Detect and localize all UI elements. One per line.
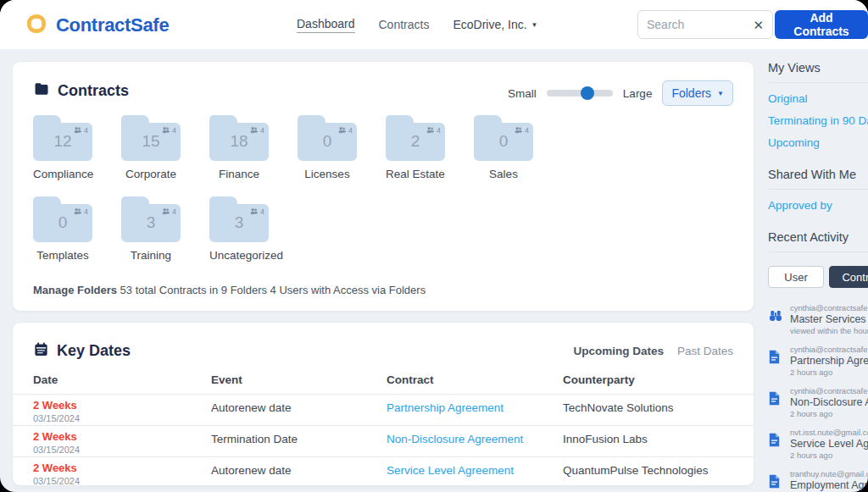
activity-item[interactable]: cynthia@contractsafe.c Master Services A… bbox=[768, 303, 868, 335]
folder-tile[interactable]: 4 3 Training bbox=[121, 196, 181, 262]
activity-email: cynthia@contractsafe.c bbox=[790, 345, 868, 354]
tab-upcoming-dates[interactable]: Upcoming Dates bbox=[573, 345, 664, 357]
clear-search-icon[interactable]: ✕ bbox=[753, 19, 764, 31]
activity-item[interactable]: cynthia@contractsafe.c Non-Disclosure Ag… bbox=[768, 386, 868, 418]
activity-time: 2 hours ago bbox=[790, 451, 868, 460]
event-cell: Termination Date bbox=[211, 433, 298, 445]
key-dates-title: Key Dates bbox=[57, 342, 131, 360]
nav-dashboard[interactable]: Dashboard bbox=[297, 17, 355, 33]
event-cell: Autorenew date bbox=[211, 401, 292, 414]
view-link-original[interactable]: Original bbox=[768, 92, 868, 105]
activity-email: cynthia@contractsafe.c bbox=[790, 386, 868, 395]
search-box: ✕ bbox=[637, 10, 773, 39]
recent-activity-section: Recent Activity User Contract cynthia@co… bbox=[768, 230, 868, 492]
folder-icon bbox=[33, 80, 50, 101]
document-icon bbox=[768, 433, 783, 451]
folders-summary: Manage Folders 53 total Contracts in 9 F… bbox=[33, 284, 426, 296]
date-relative: 2 Weeks bbox=[33, 462, 77, 474]
brand[interactable]: ContractSafe bbox=[24, 11, 169, 40]
date-absolute: 03/15/2024 bbox=[33, 445, 80, 455]
my-views-section: My Views Original Terminating in 90 Days… bbox=[768, 61, 868, 149]
chevron-down-icon: ▼ bbox=[531, 21, 538, 29]
date-relative: 2 Weeks bbox=[33, 430, 77, 443]
folder-contract-count: 2 bbox=[386, 132, 445, 151]
column-header-date: Date bbox=[33, 373, 58, 386]
folder-name: Training bbox=[121, 249, 181, 262]
activity-toggle-contract[interactable]: Contract bbox=[829, 266, 868, 288]
tab-past-dates[interactable]: Past Dates bbox=[677, 345, 733, 357]
folder-tile[interactable]: 4 2 Real Estate bbox=[386, 114, 445, 180]
shared-with-me-heading: Shared With Me bbox=[768, 168, 868, 190]
folder-name: Corporate bbox=[121, 168, 181, 180]
folder-name: Licenses bbox=[298, 168, 357, 180]
activity-item[interactable]: nvt.isst.nute@gmail.co Service Level Agr… bbox=[768, 428, 868, 460]
view-link-upcoming[interactable]: Upcoming bbox=[768, 136, 868, 149]
contract-link[interactable]: Non-Disclosure Agreement bbox=[387, 433, 523, 445]
activity-time: 2 hours ago bbox=[790, 409, 868, 418]
folders-summary-text: 53 total Contracts in 9 Folders 4 Users … bbox=[120, 284, 426, 296]
folder-tile[interactable]: 4 18 Finance bbox=[209, 114, 269, 180]
document-icon bbox=[768, 350, 783, 368]
folder-tile[interactable]: 4 15 Corporate bbox=[121, 114, 181, 180]
activity-toggle-user[interactable]: User bbox=[768, 266, 824, 288]
folder-contract-count: 15 bbox=[121, 132, 181, 151]
my-views-heading: My Views bbox=[768, 61, 868, 83]
document-icon bbox=[768, 474, 783, 492]
view-link-approved-by[interactable]: Approved by bbox=[768, 199, 868, 212]
nav-contracts[interactable]: Contracts bbox=[379, 18, 430, 31]
activity-title: Master Services Agre bbox=[790, 313, 868, 325]
column-header-counterparty: Counterparty bbox=[563, 373, 635, 386]
counterparty-cell: InnoFusion Labs bbox=[563, 433, 648, 445]
brand-name: ContractSafe bbox=[56, 14, 169, 36]
view-mode-dropdown[interactable]: Folders ▼ bbox=[662, 80, 733, 106]
column-header-contract: Contract bbox=[387, 373, 434, 386]
folder-name: Sales bbox=[474, 168, 533, 180]
manage-folders-link[interactable]: Manage Folders bbox=[33, 284, 117, 296]
activity-email: tranthuy.nute@gmail.c bbox=[790, 469, 868, 478]
app-window: ContractSafe Dashboard Contracts EcoDriv… bbox=[0, 0, 868, 492]
activity-title: Non-Disclosure Agr bbox=[790, 396, 868, 408]
folder-tile[interactable]: 4 12 Compliance bbox=[33, 114, 92, 180]
contract-link[interactable]: Partnership Agreement bbox=[387, 401, 504, 414]
chevron-down-icon: ▼ bbox=[717, 90, 724, 97]
activity-email: cynthia@contractsafe.c bbox=[790, 303, 868, 312]
calendar-icon bbox=[33, 341, 49, 361]
folder-contract-count: 18 bbox=[209, 132, 269, 151]
folder-tile[interactable]: 4 0 Licenses bbox=[298, 114, 357, 180]
folder-contract-count: 12 bbox=[33, 132, 92, 151]
activity-title: Partnership Agreem bbox=[790, 355, 868, 367]
key-dates-table: Date Event Contract Counterparty 2 Weeks… bbox=[13, 373, 754, 489]
account-dropdown[interactable]: EcoDrive, Inc. ▼ bbox=[453, 18, 537, 31]
folder-contract-count: 3 bbox=[121, 213, 181, 232]
activity-item[interactable]: tranthuy.nute@gmail.c Employment Agree 2… bbox=[768, 469, 868, 492]
counterparty-cell: QuantumPulse Technologies bbox=[563, 464, 709, 477]
folder-tile[interactable]: 4 0 Sales bbox=[474, 114, 533, 180]
activity-time: viewed within the hour bbox=[790, 326, 868, 335]
folder-name: Templates bbox=[33, 249, 92, 262]
folder-contract-count: 3 bbox=[209, 213, 269, 232]
activity-item[interactable]: cynthia@contractsafe.c Partnership Agree… bbox=[768, 345, 868, 377]
contract-link[interactable]: Service Level Agreement bbox=[387, 464, 514, 477]
column-header-event: Event bbox=[211, 373, 242, 386]
account-name: EcoDrive, Inc. bbox=[453, 18, 526, 31]
view-mode-label: Folders bbox=[671, 86, 711, 100]
folder-contract-count: 0 bbox=[474, 132, 533, 151]
document-icon bbox=[768, 391, 783, 409]
folder-tile[interactable]: 4 0 Templates bbox=[33, 196, 92, 262]
folder-grid: 4 12 Compliance 4 15 Corporate 4 18 bbox=[33, 114, 533, 272]
table-row: 2 Weeks03/15/2024 Termination Date Non-D… bbox=[13, 426, 754, 456]
view-link-terminating[interactable]: Terminating in 90 Days bbox=[768, 114, 868, 127]
folder-size-slider[interactable] bbox=[547, 90, 613, 97]
contracts-panel: Contracts Small Large Folders ▼ 4 12 bbox=[12, 61, 754, 312]
slider-small-label: Small bbox=[508, 87, 537, 100]
folder-name: Finance bbox=[209, 168, 269, 180]
recent-activity-heading: Recent Activity bbox=[768, 230, 868, 252]
top-nav: Dashboard Contracts EcoDrive, Inc. ▼ bbox=[297, 0, 537, 49]
key-dates-panel: Key Dates Upcoming Dates Past Dates Date… bbox=[12, 322, 754, 486]
add-contracts-button[interactable]: Add Contracts bbox=[775, 10, 868, 39]
slider-thumb[interactable] bbox=[581, 86, 594, 100]
date-relative: 2 Weeks bbox=[33, 399, 77, 412]
folder-name: Compliance bbox=[33, 168, 92, 180]
folder-tile[interactable]: 4 3 Uncategorized bbox=[209, 196, 269, 262]
search-input[interactable] bbox=[647, 18, 753, 31]
